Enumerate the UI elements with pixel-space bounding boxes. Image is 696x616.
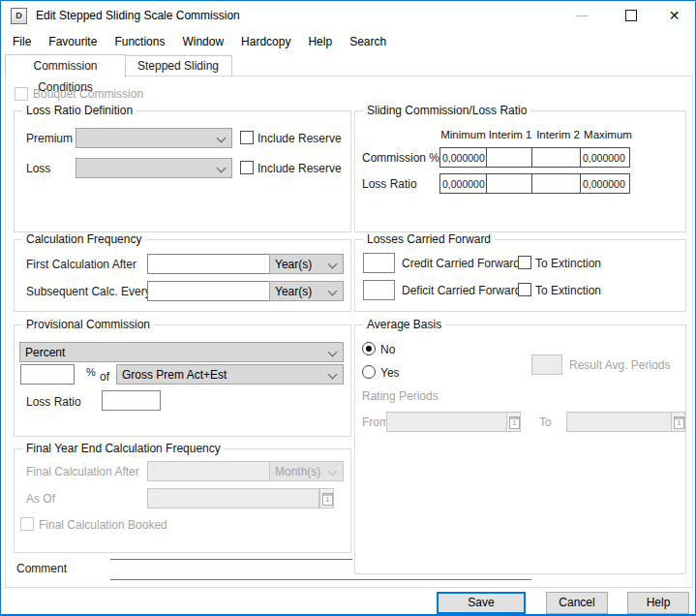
premium-include-reserve-checkbox[interactable] <box>240 131 254 144</box>
loss-include-reserve-checkbox[interactable] <box>240 161 254 174</box>
credit-carried-forward-input[interactable] <box>363 253 395 273</box>
comment-label: Comment <box>16 562 67 575</box>
commission-row: 0,000000 0,000000 <box>439 147 630 168</box>
chevron-down-icon <box>328 467 338 477</box>
menu-functions[interactable]: Functions <box>106 32 173 51</box>
provisional-percent-input[interactable] <box>20 364 75 385</box>
credit-to-extinction-checkbox[interactable] <box>518 256 531 269</box>
tab-stepped-sliding-scale[interactable]: Stepped Sliding Scale <box>124 55 232 77</box>
loss-select[interactable] <box>76 158 232 178</box>
comment-field-bottom-border <box>110 579 531 580</box>
menu-favourite[interactable]: Favourite <box>40 32 106 51</box>
subsequent-calc-input[interactable] <box>147 281 270 301</box>
minimize-button[interactable] <box>560 1 604 30</box>
provisional-loss-ratio-input[interactable] <box>102 390 161 411</box>
deficit-carried-forward-label: Deficit Carried Forward <box>402 284 521 297</box>
menu-window[interactable]: Window <box>173 32 232 51</box>
of-label: of <box>100 370 109 384</box>
menu-search[interactable]: Search <box>341 32 395 51</box>
to-label: To <box>539 416 552 429</box>
chevron-down-icon <box>217 134 227 143</box>
subsequent-calc-unit-select[interactable]: Year(s) <box>269 281 344 301</box>
group-final-year-end: Final Year End Calculation Frequency Fin… <box>14 448 351 553</box>
sliding-column-headers: Minimum Interim 1 Interim 2 Maximum <box>439 129 633 140</box>
commission-minimum-cell[interactable]: 0,000000 <box>439 147 487 168</box>
loss-ratio-interim1-cell[interactable] <box>486 173 532 194</box>
col-maximum: Maximum <box>583 129 633 140</box>
rating-from-date-button[interactable]: 1 <box>506 412 521 432</box>
close-icon: ✕ <box>669 8 681 23</box>
group-calculation-frequency: Calculation Frequency First Calculation … <box>14 239 351 312</box>
calendar-icon: 1 <box>674 416 684 429</box>
group-sliding-commission: Sliding Commission/Loss Ratio Minimum In… <box>354 110 686 232</box>
loss-label: Loss <box>26 162 50 175</box>
col-interim2: Interim 2 <box>533 129 583 140</box>
premium-select[interactable] <box>76 128 232 148</box>
loss-ratio-minimum-cell[interactable]: 0,000000 <box>439 173 487 194</box>
bouquet-commission-checkbox[interactable] <box>15 87 28 101</box>
tab-commission-conditions[interactable]: Commission Conditions <box>5 54 126 77</box>
commission-row-label: Commission % <box>362 151 439 165</box>
title-bar: D Edit Stepped Sliding Scale Commission … <box>1 1 695 30</box>
loss-ratio-interim2-cell[interactable] <box>531 173 581 194</box>
as-of-input[interactable] <box>147 488 319 508</box>
comment-field[interactable] <box>110 560 531 579</box>
final-calculation-booked-checkbox[interactable] <box>20 517 34 531</box>
final-calculation-after-label: Final Calculation After <box>26 465 139 478</box>
first-calculation-after-input[interactable] <box>147 254 270 274</box>
loss-ratio-maximum-cell[interactable]: 0,000000 <box>580 173 630 194</box>
loss-include-reserve-label: Include Reserve <box>257 162 342 175</box>
as-of-date-button[interactable]: 1 <box>319 488 334 508</box>
save-button[interactable]: Save <box>437 592 526 614</box>
result-avg-periods-input[interactable] <box>531 354 562 375</box>
average-basis-yes-label: Yes <box>380 366 400 380</box>
as-of-label: As Of <box>26 492 55 506</box>
menu-hardcopy[interactable]: Hardcopy <box>232 32 299 51</box>
menu-file[interactable]: File <box>4 32 40 51</box>
minimize-icon <box>576 15 589 16</box>
loss-ratio-row: 0,000000 0,000000 <box>439 173 630 194</box>
credit-to-extinction-label: To Extinction <box>535 257 601 270</box>
group-provisional-commission: Provisional Commission Percent % of Gros… <box>14 324 351 437</box>
rating-to-input[interactable] <box>566 412 672 432</box>
group-loss-ratio-definition: Loss Ratio Definition Premium Include Re… <box>14 110 351 232</box>
col-minimum: Minimum <box>439 129 487 140</box>
average-basis-no-radio[interactable] <box>362 342 376 355</box>
help-button[interactable]: Help <box>627 592 689 614</box>
deficit-carried-forward-input[interactable] <box>363 280 395 300</box>
maximize-icon <box>625 10 637 21</box>
first-calculation-after-label: First Calculation After <box>26 258 136 271</box>
calendar-icon: 1 <box>509 416 520 429</box>
average-basis-yes-radio[interactable] <box>362 365 376 379</box>
chevron-down-icon <box>328 370 338 380</box>
maximize-button[interactable] <box>609 1 652 30</box>
chevron-down-icon <box>328 287 338 296</box>
dialog-window: D Edit Stepped Sliding Scale Commission … <box>0 0 696 616</box>
loss-ratio-row-label: Loss Ratio <box>362 177 417 191</box>
close-button[interactable]: ✕ <box>652 1 696 30</box>
group-title: Loss Ratio Definition <box>22 104 136 117</box>
subsequent-calc-label: Subsequent Calc. Every <box>26 285 151 298</box>
rating-from-input[interactable] <box>386 412 507 432</box>
chevron-down-icon <box>328 348 338 357</box>
final-calculation-after-input[interactable] <box>147 461 270 481</box>
col-interim1: Interim 1 <box>487 129 533 140</box>
first-calculation-unit-select[interactable]: Year(s) <box>269 254 344 274</box>
provisional-basis-select[interactable]: Gross Prem Act+Est <box>116 364 344 385</box>
average-basis-no-label: No <box>380 343 395 356</box>
group-losses-carried-forward: Losses Carried Forward Credit Carried Fo… <box>354 239 686 312</box>
final-calculation-unit-select[interactable]: Month(s) <box>269 461 344 481</box>
rating-periods-label: Rating Periods <box>362 389 439 403</box>
menu-help[interactable]: Help <box>299 32 341 51</box>
chevron-down-icon <box>217 164 227 173</box>
commission-interim1-cell[interactable] <box>486 147 532 168</box>
provisional-type-select[interactable]: Percent <box>19 342 344 362</box>
rating-to-date-button[interactable]: 1 <box>671 412 685 432</box>
group-title: Provisional Commission <box>22 318 154 331</box>
cancel-button[interactable]: Cancel <box>546 592 608 614</box>
group-title: Average Basis <box>363 318 445 331</box>
provisional-loss-ratio-label: Loss Ratio <box>26 395 81 409</box>
deficit-to-extinction-checkbox[interactable] <box>518 283 531 296</box>
commission-maximum-cell[interactable]: 0,000000 <box>580 147 630 168</box>
commission-interim2-cell[interactable] <box>531 147 581 168</box>
